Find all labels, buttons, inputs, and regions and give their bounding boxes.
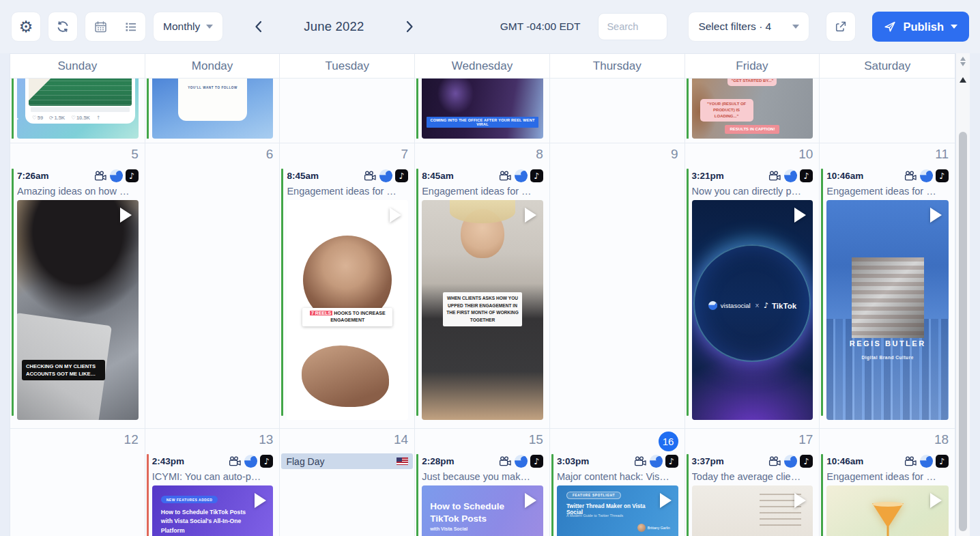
post-thumbnail: Photographers YOU'LL WANT TO FOLLOW [152, 79, 274, 139]
day-cell-prev-tuesday[interactable] [280, 79, 415, 143]
video-camera-icon [634, 456, 647, 466]
refresh-button[interactable] [48, 12, 78, 42]
post-thumbnail: ♡59 ⟳1.5K ♡10.5K ↑ [17, 79, 139, 139]
post-jun5[interactable]: 7:26am Amazing ideas on how … [10, 168, 145, 420]
chevron-left-icon [255, 20, 262, 33]
gear-icon: ⚙ [19, 19, 33, 35]
post-prev-wednesday[interactable]: COMING INTO THE OFFICE AFTER YOUR REEL W… [415, 79, 549, 143]
day-cell-prev-thursday[interactable] [550, 79, 685, 143]
day-cell-jun5[interactable]: 5 7:26am Amazing ideas [10, 143, 145, 428]
chevron-down-icon [951, 25, 957, 29]
post-thumbnail: 7 REELSHOOKS TO INCREASE ENGAGEMENT [287, 200, 408, 420]
post-prev-sunday[interactable]: ♡59 ⟳1.5K ♡10.5K ↑ [10, 79, 145, 143]
us-flag-icon [397, 457, 408, 465]
tiktok-icon [395, 169, 408, 182]
post-prev-monday[interactable]: Photographers YOU'LL WANT TO FOLLOW [145, 79, 280, 143]
post-time: 7:26am [17, 171, 49, 181]
chevron-right-icon [406, 20, 414, 33]
post-title: Engagement ideas for … [826, 469, 955, 485]
vertical-scrollbar[interactable] [955, 53, 970, 536]
scroll-top-arrow[interactable] [960, 77, 966, 83]
post-title: ICYMI: You can auto-p… [152, 469, 280, 485]
post-jun17[interactable]: 3:37pm Today the average clie… WHE [685, 453, 820, 536]
play-icon [390, 208, 401, 223]
video-camera-icon [94, 171, 107, 181]
scroll-up-arrow[interactable] [960, 57, 966, 61]
view-toggle-group [85, 12, 146, 42]
day-cell-jun8[interactable]: 8 8:45am Engagement ideas for … [415, 143, 550, 428]
day-cell-jun6[interactable]: 6 [145, 143, 280, 428]
post-jun13[interactable]: 2:43pm ICYMI: You can auto-p… NEW [145, 453, 280, 536]
post-jun7[interactable]: 8:45am Engagement ideas for … [280, 168, 414, 420]
day-cell-prev-wednesday[interactable]: COMING INTO THE OFFICE AFTER YOUR REEL W… [415, 79, 550, 143]
date-number: 8 [536, 147, 543, 163]
author-avatar [637, 524, 646, 532]
day-cell-jun9[interactable]: 9 [550, 143, 685, 428]
share-icon [834, 20, 848, 33]
calendar-view-button[interactable] [85, 12, 115, 41]
post-thumbnail: vistasocial X ♪ TikTok [692, 200, 813, 420]
next-month-button[interactable] [400, 15, 420, 38]
list-view-button[interactable] [115, 12, 145, 41]
day-header-tuesday: Tuesday [280, 54, 415, 78]
post-jun16[interactable]: 3:03pm Major content hack: Vis… FE [550, 453, 684, 536]
day-cell-prev-friday[interactable]: "GET STARTED BY..." "YOUR (RESULT OF PRO… [685, 79, 820, 143]
date-number: 18 [934, 432, 949, 448]
tiktok-note-icon: ♪ [764, 301, 768, 310]
day-cell-jun15[interactable]: 15 2:28pm Just because you mak… [415, 429, 550, 536]
search-input[interactable] [598, 13, 667, 40]
day-header-saturday: Saturday [820, 54, 955, 78]
day-cell-jun7[interactable]: 7 8:45am Engagement ideas for … [280, 143, 415, 428]
profile-avatar [784, 455, 797, 468]
day-cell-jun14[interactable]: 14 Flag Day [280, 429, 415, 536]
scroll-down-arrow[interactable] [960, 62, 966, 66]
post-jun15[interactable]: 2:28pm Just because you mak… How t [415, 453, 549, 536]
post-prev-friday[interactable]: "GET STARTED BY..." "YOUR (RESULT OF PRO… [685, 79, 820, 143]
date-number: 13 [259, 432, 273, 448]
holiday-chip-flag-day[interactable]: Flag Day [281, 453, 413, 469]
day-cell-prev-saturday[interactable] [820, 79, 955, 143]
day-cell-jun11[interactable]: 11 10:46am Engagement ideas for … [820, 143, 955, 428]
date-number: 7 [401, 147, 409, 163]
date-number: 12 [124, 432, 139, 448]
profile-avatar [515, 455, 528, 468]
settings-button[interactable]: ⚙ [11, 12, 41, 42]
day-cell-jun12[interactable]: 12 [10, 429, 145, 536]
day-cell-jun10[interactable]: 10 3:21pm Now you can directly p… [685, 143, 820, 428]
day-cell-jun16-today[interactable]: 16 3:03pm Major content hack: Vis… [550, 429, 685, 536]
post-jun10[interactable]: 3:21pm Now you can directly p… [685, 168, 820, 420]
export-button[interactable] [826, 12, 856, 42]
day-cell-jun18[interactable]: 18 10:46am Engagement ideas for … [820, 429, 955, 536]
post-thumbnail: How to Schedule TikTok Posts with Vista … [422, 485, 543, 536]
profile-avatar [920, 169, 933, 182]
week-row-previous: ♡59 ⟳1.5K ♡10.5K ↑ Photographers YOU'LL … [10, 79, 955, 143]
publish-button[interactable]: Publish [872, 12, 969, 42]
post-thumbnail: FEATURE SPOTLIGHT Twitter Thread Maker o… [557, 485, 678, 536]
post-jun8[interactable]: 8:45am Engagement ideas for … WHEN [415, 168, 549, 420]
scrollbar-thumb[interactable] [959, 132, 967, 531]
profile-avatar [650, 455, 663, 468]
period-label: June 2022 [304, 19, 364, 34]
day-cell-jun13[interactable]: 13 2:43pm ICYMI: You can auto-p… [145, 429, 280, 536]
post-title: Today the average clie… [692, 469, 820, 485]
profile-avatar [784, 169, 797, 182]
post-jun18[interactable]: 10:46am Engagement ideas for … [820, 453, 955, 536]
filters-dropdown[interactable]: Select filters · 4 [688, 12, 809, 42]
post-time: 2:28pm [422, 456, 454, 466]
view-mode-dropdown[interactable]: Monthly [153, 12, 223, 42]
repost-icon: ⟳ [49, 115, 53, 121]
portrait-photo [852, 257, 924, 338]
play-icon [660, 493, 672, 508]
prev-month-button[interactable] [248, 15, 268, 38]
post-title: Engagement ideas for … [422, 184, 549, 199]
tiktok-icon [800, 455, 813, 468]
post-time: 8:45am [287, 171, 319, 181]
filters-label: Select filters · 4 [698, 20, 771, 33]
post-thumbnail [826, 485, 949, 536]
engagement-stats: ♡59 ⟳1.5K ♡10.5K ↑ [29, 113, 131, 124]
day-cell-prev-sunday[interactable]: ♡59 ⟳1.5K ♡10.5K ↑ [10, 79, 145, 143]
day-cell-prev-monday[interactable]: Photographers YOU'LL WANT TO FOLLOW [145, 79, 280, 143]
post-jun11[interactable]: 10:46am Engagement ideas for … [820, 168, 955, 420]
profile-avatar [920, 455, 933, 468]
day-cell-jun17[interactable]: 17 3:37pm Today the average clie… [685, 429, 820, 536]
